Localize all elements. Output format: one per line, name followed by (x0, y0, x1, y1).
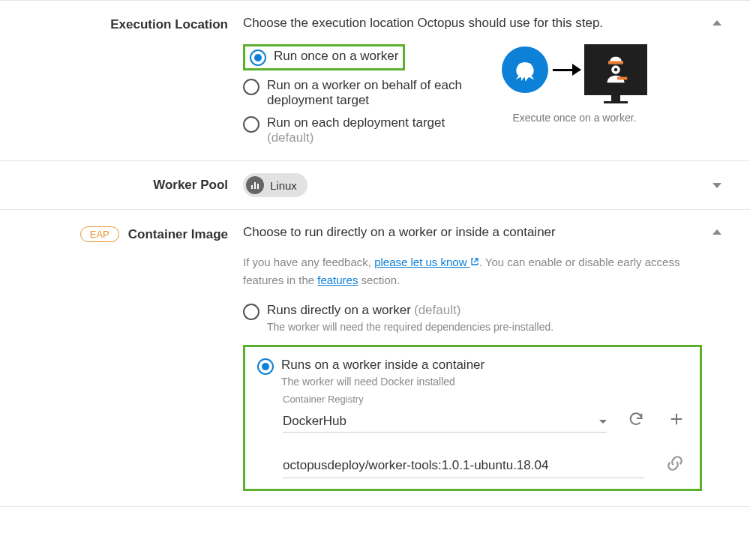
chevron-up-icon (712, 20, 722, 25)
eap-badge: EAP (80, 226, 119, 242)
graphic-caption: Execute once on a worker. (513, 112, 637, 124)
radio-label: Run on each deployment target (267, 115, 445, 130)
worker-icon (584, 44, 647, 95)
collapse-button[interactable] (702, 16, 732, 145)
chip-label: Linux (270, 179, 297, 192)
svg-rect-6 (251, 185, 253, 189)
link-icon[interactable] (662, 451, 688, 478)
execution-location-section: Execution Location Choose the execution … (0, 1, 750, 161)
svg-rect-8 (257, 184, 259, 189)
octopus-icon (502, 46, 548, 93)
registry-select[interactable]: DockerHub (283, 411, 607, 433)
external-link-icon (470, 253, 479, 271)
container-image-label: Container Image (128, 227, 228, 242)
radio-help-text: The worker will need the required depend… (267, 321, 554, 333)
radio-run-once-on-worker[interactable]: Run once on a worker (250, 49, 398, 66)
feedback-text: If you have any feedback, please let us … (243, 253, 702, 289)
bar-chart-icon (246, 176, 264, 194)
radio-icon (250, 49, 266, 66)
radio-icon (243, 116, 260, 133)
execution-graphic: Execute once on a worker. (492, 44, 657, 124)
refresh-button[interactable] (625, 408, 647, 433)
execution-radio-group: Run once on a worker Run on a worker on … (243, 44, 462, 145)
radio-label: Runs on a worker inside a container (281, 358, 484, 373)
arrow-icon (553, 69, 580, 71)
chevron-down-icon (712, 183, 722, 188)
collapse-button[interactable] (702, 225, 732, 491)
chevron-up-icon (712, 229, 722, 235)
registry-value: DockerHub (283, 414, 346, 429)
radio-icon (257, 358, 274, 375)
worker-pool-chip[interactable]: Linux (243, 173, 308, 197)
default-tag: (default) (414, 303, 460, 317)
radio-icon (243, 304, 260, 320)
dropdown-icon (599, 420, 607, 424)
radio-run-on-target[interactable]: Run on each deployment target (default) (243, 115, 462, 145)
container-image-input[interactable] (283, 454, 644, 478)
svg-point-4 (614, 68, 618, 72)
plus-icon (668, 411, 685, 427)
radio-label: Run on a worker on behalf of each deploy… (267, 78, 462, 108)
execution-description: Choose the execution location Octopus sh… (243, 16, 702, 31)
registry-label: Container Registry (283, 394, 688, 405)
radio-help-text: The worker will need Docker installed (281, 376, 484, 388)
worker-pool-label: Worker Pool (18, 178, 243, 193)
expand-button[interactable] (702, 183, 732, 188)
svg-rect-7 (254, 182, 256, 189)
container-radio-group: Runs directly on a worker (default) The … (243, 303, 702, 491)
svg-rect-2 (608, 61, 622, 64)
settings-panel: Execution Location Choose the execution … (0, 0, 750, 507)
refresh-icon (628, 411, 644, 427)
add-button[interactable] (665, 408, 688, 433)
feedback-link[interactable]: please let us know (374, 256, 479, 268)
highlighted-container-option: Runs on a worker inside a container The … (243, 345, 702, 491)
execution-location-label: Execution Location (18, 16, 243, 145)
features-link[interactable]: features (317, 274, 358, 286)
radio-label: Runs directly on a worker (267, 303, 411, 317)
radio-runs-directly[interactable]: Runs directly on a worker (default) The … (243, 303, 702, 333)
highlighted-option: Run once on a worker (243, 44, 405, 70)
svg-rect-5 (617, 77, 627, 80)
default-tag: (default) (267, 130, 314, 145)
radio-label: Run once on a worker (274, 49, 398, 64)
worker-pool-section: Worker Pool Linux (0, 161, 750, 210)
container-image-section: EAP Container Image Choose to run direct… (0, 210, 750, 506)
container-description: Choose to run directly on a worker or in… (243, 225, 702, 240)
radio-icon (243, 79, 260, 95)
radio-runs-in-container[interactable]: Runs on a worker inside a container The … (257, 358, 688, 388)
radio-run-per-target[interactable]: Run on a worker on behalf of each deploy… (243, 78, 462, 108)
